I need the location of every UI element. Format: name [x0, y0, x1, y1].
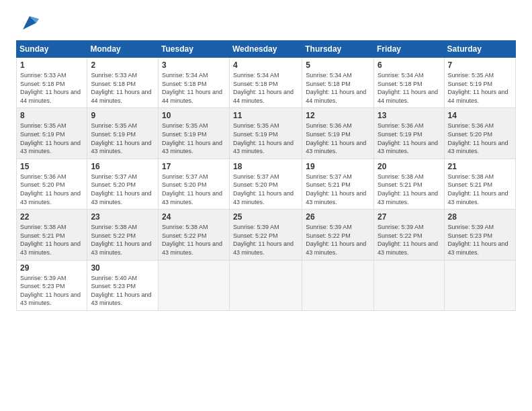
sunset-label: Sunset: 5:22 PM	[378, 232, 423, 239]
calendar-week-row: 22 Sunrise: 5:38 AM Sunset: 5:21 PM Dayl…	[17, 210, 516, 260]
sunset-label: Sunset: 5:21 PM	[448, 181, 493, 188]
day-number: 28	[448, 212, 512, 222]
calendar-week-row: 29 Sunrise: 5:39 AM Sunset: 5:23 PM Dayl…	[17, 260, 516, 310]
daylight-label: Daylight: 11 hours and 43 minutes.	[162, 140, 222, 155]
calendar-cell: 23 Sunrise: 5:38 AM Sunset: 5:22 PM Dayl…	[87, 210, 159, 260]
sunset-label: Sunset: 5:23 PM	[91, 283, 136, 289]
daylight-label: Daylight: 11 hours and 43 minutes.	[91, 190, 151, 205]
day-info: Sunrise: 5:36 AM Sunset: 5:20 PM Dayligh…	[448, 122, 512, 155]
day-number: 17	[162, 162, 226, 171]
day-number: 12	[306, 111, 370, 120]
day-info: Sunrise: 5:35 AM Sunset: 5:19 PM Dayligh…	[91, 122, 154, 155]
sunrise-label: Sunrise: 5:39 AM	[306, 224, 352, 230]
day-info: Sunrise: 5:40 AM Sunset: 5:23 PM Dayligh…	[91, 274, 154, 308]
weekday-header-row: Sunday Monday Tuesday Wednesday Thursday…	[17, 41, 516, 58]
calendar-cell: 27 Sunrise: 5:39 AM Sunset: 5:22 PM Dayl…	[373, 210, 444, 260]
day-info: Sunrise: 5:35 AM Sunset: 5:19 PM Dayligh…	[20, 122, 83, 155]
header	[16, 13, 516, 32]
sunrise-label: Sunrise: 5:35 AM	[233, 122, 279, 129]
sunrise-label: Sunrise: 5:37 AM	[306, 173, 352, 180]
sunrise-label: Sunrise: 5:39 AM	[20, 275, 66, 281]
calendar-cell: 29 Sunrise: 5:39 AM Sunset: 5:23 PM Dayl…	[17, 260, 87, 310]
daylight-label: Daylight: 11 hours and 43 minutes.	[233, 140, 294, 155]
day-info: Sunrise: 5:34 AM Sunset: 5:18 PM Dayligh…	[162, 71, 226, 105]
sunset-label: Sunset: 5:19 PM	[448, 81, 493, 87]
sunset-label: Sunset: 5:22 PM	[306, 232, 351, 239]
daylight-label: Daylight: 11 hours and 43 minutes.	[306, 140, 366, 155]
day-number: 1	[20, 60, 83, 70]
logo-icon	[20, 13, 39, 32]
calendar-cell: 19 Sunrise: 5:37 AM Sunset: 5:21 PM Dayl…	[302, 158, 374, 209]
calendar-cell: 4 Sunrise: 5:34 AM Sunset: 5:18 PM Dayli…	[229, 58, 302, 108]
day-number: 25	[233, 212, 298, 222]
sunset-label: Sunset: 5:19 PM	[20, 131, 65, 138]
calendar-cell: 28 Sunrise: 5:39 AM Sunset: 5:23 PM Dayl…	[444, 210, 515, 260]
day-number: 20	[378, 162, 441, 171]
sunset-label: Sunset: 5:18 PM	[91, 81, 136, 87]
daylight-label: Daylight: 11 hours and 43 minutes.	[162, 240, 222, 256]
sunset-label: Sunset: 5:23 PM	[20, 283, 65, 289]
sunset-label: Sunset: 5:19 PM	[378, 131, 423, 138]
day-info: Sunrise: 5:34 AM Sunset: 5:18 PM Dayligh…	[306, 71, 370, 105]
daylight-label: Daylight: 11 hours and 43 minutes.	[20, 190, 81, 205]
daylight-label: Daylight: 11 hours and 43 minutes.	[20, 240, 81, 256]
calendar-cell: 15 Sunrise: 5:36 AM Sunset: 5:20 PM Dayl…	[17, 158, 87, 209]
sunrise-label: Sunrise: 5:36 AM	[20, 173, 66, 180]
day-number: 21	[448, 162, 512, 171]
daylight-label: Daylight: 11 hours and 43 minutes.	[378, 140, 438, 155]
calendar-cell: 18 Sunrise: 5:37 AM Sunset: 5:20 PM Dayl…	[229, 158, 302, 209]
daylight-label: Daylight: 11 hours and 43 minutes.	[91, 240, 151, 256]
day-number: 16	[91, 162, 154, 171]
daylight-label: Daylight: 11 hours and 43 minutes.	[448, 240, 508, 256]
daylight-label: Daylight: 11 hours and 43 minutes.	[378, 240, 438, 256]
sunset-label: Sunset: 5:20 PM	[91, 181, 136, 188]
calendar-cell: 9 Sunrise: 5:35 AM Sunset: 5:19 PM Dayli…	[87, 108, 159, 158]
day-number: 2	[91, 60, 154, 70]
daylight-label: Daylight: 11 hours and 43 minutes.	[91, 140, 151, 155]
calendar-cell	[444, 260, 515, 310]
sunrise-label: Sunrise: 5:37 AM	[91, 173, 137, 180]
daylight-label: Daylight: 11 hours and 43 minutes.	[306, 240, 366, 256]
calendar-cell: 21 Sunrise: 5:38 AM Sunset: 5:21 PM Dayl…	[444, 158, 515, 209]
daylight-label: Daylight: 11 hours and 43 minutes.	[20, 291, 81, 307]
day-number: 23	[91, 212, 154, 222]
calendar-cell: 3 Sunrise: 5:34 AM Sunset: 5:18 PM Dayli…	[159, 58, 230, 108]
sunrise-label: Sunrise: 5:39 AM	[378, 224, 424, 230]
calendar-cell	[373, 260, 444, 310]
daylight-label: Daylight: 11 hours and 43 minutes.	[306, 190, 366, 205]
day-info: Sunrise: 5:39 AM Sunset: 5:22 PM Dayligh…	[306, 223, 370, 257]
sunset-label: Sunset: 5:19 PM	[306, 131, 351, 138]
sunset-label: Sunset: 5:20 PM	[20, 181, 65, 188]
day-info: Sunrise: 5:39 AM Sunset: 5:22 PM Dayligh…	[378, 223, 441, 257]
sunset-label: Sunset: 5:22 PM	[233, 232, 278, 239]
day-info: Sunrise: 5:35 AM Sunset: 5:19 PM Dayligh…	[233, 122, 298, 155]
day-number: 29	[20, 263, 83, 273]
sunrise-label: Sunrise: 5:39 AM	[448, 224, 494, 230]
page: Sunday Monday Tuesday Wednesday Thursday…	[0, 0, 532, 411]
sunrise-label: Sunrise: 5:35 AM	[162, 122, 208, 129]
day-info: Sunrise: 5:34 AM Sunset: 5:18 PM Dayligh…	[378, 71, 441, 105]
sunrise-label: Sunrise: 5:40 AM	[91, 275, 137, 281]
daylight-label: Daylight: 11 hours and 44 minutes.	[20, 89, 81, 104]
sunrise-label: Sunrise: 5:34 AM	[162, 72, 208, 79]
daylight-label: Daylight: 11 hours and 43 minutes.	[378, 190, 438, 205]
sunset-label: Sunset: 5:21 PM	[378, 181, 423, 188]
sunset-label: Sunset: 5:19 PM	[162, 131, 207, 138]
day-info: Sunrise: 5:38 AM Sunset: 5:21 PM Dayligh…	[20, 223, 83, 257]
calendar-cell: 22 Sunrise: 5:38 AM Sunset: 5:21 PM Dayl…	[17, 210, 87, 260]
sunset-label: Sunset: 5:21 PM	[306, 181, 351, 188]
header-monday: Monday	[87, 41, 159, 58]
day-number: 9	[91, 111, 154, 120]
day-number: 22	[20, 212, 83, 222]
day-number: 24	[162, 212, 226, 222]
sunset-label: Sunset: 5:18 PM	[233, 81, 278, 87]
day-number: 18	[233, 162, 298, 171]
sunset-label: Sunset: 5:20 PM	[162, 181, 207, 188]
sunset-label: Sunset: 5:21 PM	[20, 232, 65, 239]
calendar-week-row: 15 Sunrise: 5:36 AM Sunset: 5:20 PM Dayl…	[17, 158, 516, 209]
daylight-label: Daylight: 11 hours and 44 minutes.	[448, 89, 508, 104]
calendar-week-row: 1 Sunrise: 5:33 AM Sunset: 5:18 PM Dayli…	[17, 58, 516, 108]
day-number: 8	[20, 111, 83, 120]
day-info: Sunrise: 5:35 AM Sunset: 5:19 PM Dayligh…	[448, 71, 512, 105]
daylight-label: Daylight: 11 hours and 43 minutes.	[233, 190, 294, 205]
